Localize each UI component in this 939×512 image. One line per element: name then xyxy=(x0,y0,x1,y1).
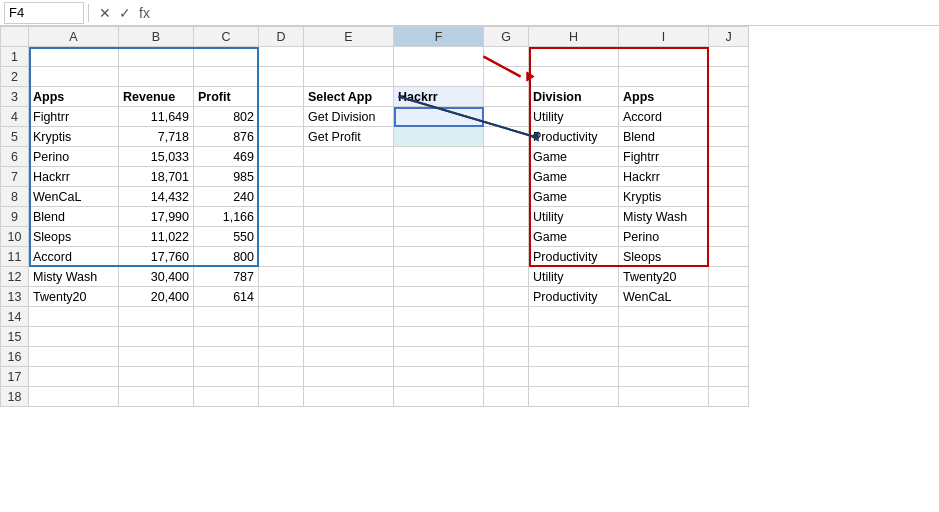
table-row[interactable]: 1 xyxy=(1,47,749,67)
table-cell[interactable]: Apps xyxy=(619,87,709,107)
table-row[interactable]: 7Hackrr18,701985GameHackrr xyxy=(1,167,749,187)
table-cell[interactable] xyxy=(484,347,529,367)
table-cell[interactable] xyxy=(394,247,484,267)
table-cell[interactable] xyxy=(529,307,619,327)
table-cell[interactable] xyxy=(394,267,484,287)
table-cell[interactable]: Utility xyxy=(529,107,619,127)
table-cell[interactable] xyxy=(194,347,259,367)
table-cell[interactable]: Perino xyxy=(29,147,119,167)
table-cell[interactable] xyxy=(484,207,529,227)
table-cell[interactable] xyxy=(304,367,394,387)
table-cell[interactable] xyxy=(259,67,304,87)
table-cell[interactable] xyxy=(709,187,749,207)
table-cell[interactable]: 30,400 xyxy=(119,267,194,287)
table-cell[interactable] xyxy=(709,107,749,127)
table-row[interactable]: 11Accord17,760800ProductivitySleops xyxy=(1,247,749,267)
table-cell[interactable] xyxy=(119,307,194,327)
table-cell[interactable] xyxy=(304,267,394,287)
table-cell[interactable] xyxy=(259,207,304,227)
table-cell[interactable] xyxy=(259,367,304,387)
col-header-E[interactable]: E xyxy=(304,27,394,47)
fx-icon[interactable]: fx xyxy=(139,5,150,21)
table-cell[interactable]: Accord xyxy=(619,107,709,127)
table-cell[interactable]: 17,990 xyxy=(119,207,194,227)
table-cell[interactable]: 550 xyxy=(194,227,259,247)
table-row[interactable]: 10Sleops11,022550GamePerino xyxy=(1,227,749,247)
col-header-C[interactable]: C xyxy=(194,27,259,47)
table-cell[interactable]: 16 xyxy=(1,347,29,367)
table-cell[interactable]: 18 xyxy=(1,387,29,407)
table-cell[interactable]: 12 xyxy=(1,267,29,287)
table-row[interactable]: 17 xyxy=(1,367,749,387)
table-cell[interactable] xyxy=(529,367,619,387)
table-cell[interactable] xyxy=(304,327,394,347)
table-cell[interactable] xyxy=(194,367,259,387)
table-cell[interactable] xyxy=(709,127,749,147)
table-cell[interactable]: Get Profit xyxy=(304,127,394,147)
table-cell[interactable]: 4 xyxy=(1,107,29,127)
table-cell[interactable] xyxy=(484,67,529,87)
table-cell[interactable]: 8 xyxy=(1,187,29,207)
table-cell[interactable] xyxy=(619,367,709,387)
table-cell[interactable] xyxy=(394,387,484,407)
table-cell[interactable] xyxy=(29,47,119,67)
table-cell[interactable]: Game xyxy=(529,167,619,187)
table-cell[interactable] xyxy=(119,67,194,87)
table-cell[interactable]: Hackrr xyxy=(29,167,119,187)
table-cell[interactable]: Accord xyxy=(29,247,119,267)
table-cell[interactable] xyxy=(619,67,709,87)
table-row[interactable]: 3AppsRevenueProfitSelect AppHackrrDivisi… xyxy=(1,87,749,107)
table-row[interactable]: 13Twenty2020,400614ProductivityWenCaL xyxy=(1,287,749,307)
table-cell[interactable] xyxy=(529,387,619,407)
table-cell[interactable]: Productivity xyxy=(529,247,619,267)
table-cell[interactable]: Blend xyxy=(29,207,119,227)
table-cell[interactable] xyxy=(484,247,529,267)
table-cell[interactable]: Productivity xyxy=(529,287,619,307)
table-cell[interactable] xyxy=(394,107,484,127)
table-cell[interactable]: 3 xyxy=(1,87,29,107)
table-cell[interactable] xyxy=(709,347,749,367)
table-cell[interactable] xyxy=(394,127,484,147)
table-cell[interactable]: Twenty20 xyxy=(29,287,119,307)
table-cell[interactable]: Game xyxy=(529,147,619,167)
table-row[interactable]: 9Blend17,9901,166UtilityMisty Wash xyxy=(1,207,749,227)
table-cell[interactable] xyxy=(394,187,484,207)
col-header-J[interactable]: J xyxy=(709,27,749,47)
col-header-A[interactable]: A xyxy=(29,27,119,47)
table-cell[interactable]: Sleops xyxy=(619,247,709,267)
table-cell[interactable] xyxy=(394,47,484,67)
table-cell[interactable] xyxy=(194,307,259,327)
table-cell[interactable]: 7 xyxy=(1,167,29,187)
table-cell[interactable] xyxy=(259,187,304,207)
table-row[interactable]: 15 xyxy=(1,327,749,347)
table-cell[interactable] xyxy=(484,307,529,327)
table-cell[interactable]: Hackrr xyxy=(619,167,709,187)
table-cell[interactable]: Profit xyxy=(194,87,259,107)
table-cell[interactable]: 14 xyxy=(1,307,29,327)
table-cell[interactable]: Hackrr xyxy=(394,87,484,107)
table-cell[interactable] xyxy=(619,347,709,367)
cell-reference-box[interactable] xyxy=(4,2,84,24)
table-cell[interactable]: 10 xyxy=(1,227,29,247)
table-cell[interactable] xyxy=(119,347,194,367)
table-cell[interactable]: Apps xyxy=(29,87,119,107)
table-cell[interactable] xyxy=(484,387,529,407)
table-cell[interactable]: Get Division xyxy=(304,107,394,127)
table-cell[interactable] xyxy=(259,147,304,167)
table-cell[interactable] xyxy=(259,47,304,67)
table-cell[interactable] xyxy=(529,327,619,347)
table-cell[interactable] xyxy=(119,47,194,67)
table-cell[interactable] xyxy=(709,247,749,267)
table-cell[interactable] xyxy=(709,287,749,307)
table-cell[interactable] xyxy=(484,107,529,127)
table-cell[interactable] xyxy=(394,227,484,247)
table-cell[interactable] xyxy=(394,207,484,227)
table-cell[interactable] xyxy=(709,387,749,407)
table-cell[interactable]: Sleops xyxy=(29,227,119,247)
table-row[interactable]: 14 xyxy=(1,307,749,327)
table-cell[interactable]: Misty Wash xyxy=(29,267,119,287)
table-cell[interactable] xyxy=(29,387,119,407)
table-row[interactable]: 18 xyxy=(1,387,749,407)
table-cell[interactable] xyxy=(304,187,394,207)
table-cell[interactable] xyxy=(709,327,749,347)
